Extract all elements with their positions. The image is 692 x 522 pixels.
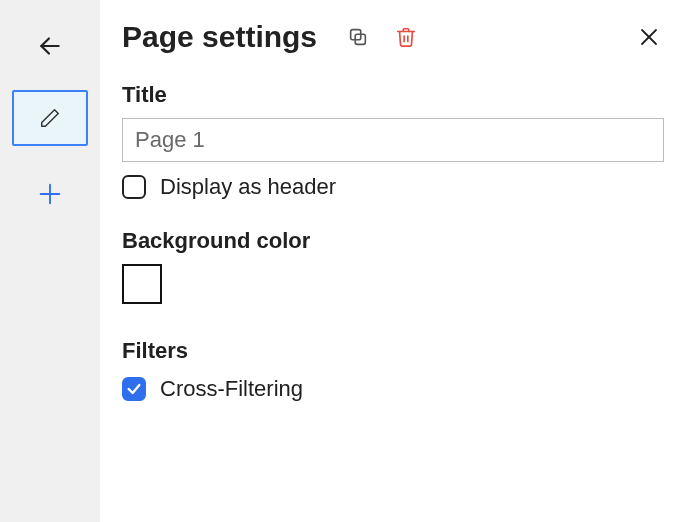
- delete-button[interactable]: [391, 22, 421, 52]
- display-as-header-checkbox[interactable]: [122, 175, 146, 199]
- trash-icon: [395, 26, 417, 48]
- cross-filtering-checkbox[interactable]: [122, 377, 146, 401]
- display-as-header-row: Display as header: [122, 174, 664, 200]
- copy-icon: [347, 26, 369, 48]
- close-icon: [637, 25, 661, 49]
- title-label: Title: [122, 82, 664, 108]
- arrow-left-icon: [37, 33, 63, 59]
- duplicate-button[interactable]: [343, 22, 373, 52]
- title-input[interactable]: [122, 118, 664, 162]
- sidebar: [0, 0, 100, 522]
- close-button[interactable]: [634, 22, 664, 52]
- filters-section: Filters Cross-Filtering: [122, 338, 664, 402]
- background-section: Background color: [122, 228, 664, 304]
- cross-filtering-label: Cross-Filtering: [160, 376, 303, 402]
- page-thumbnail-selected[interactable]: [12, 90, 88, 146]
- panel-title: Page settings: [122, 20, 317, 54]
- pencil-icon: [39, 107, 61, 129]
- panel-header: Page settings: [122, 20, 664, 54]
- display-as-header-label: Display as header: [160, 174, 336, 200]
- background-color-picker[interactable]: [122, 264, 162, 304]
- plus-icon: [36, 180, 64, 208]
- settings-panel: Page settings Title Display as header Ba…: [100, 0, 692, 522]
- back-button[interactable]: [28, 24, 72, 68]
- add-page-button[interactable]: [28, 172, 72, 216]
- filters-label: Filters: [122, 338, 664, 364]
- background-label: Background color: [122, 228, 664, 254]
- title-section: Title Display as header: [122, 82, 664, 200]
- cross-filtering-row: Cross-Filtering: [122, 376, 664, 402]
